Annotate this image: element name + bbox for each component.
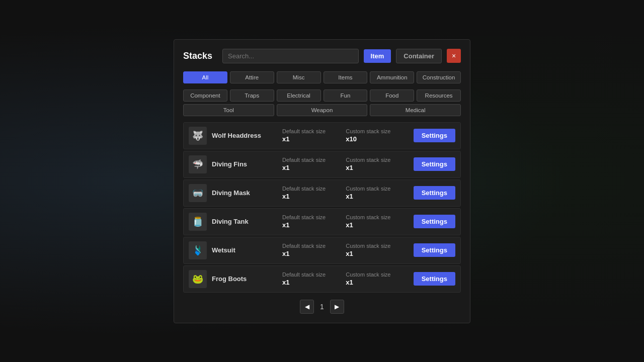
default-stack-value: x1 (282, 279, 326, 286)
settings-button[interactable]: Settings (414, 157, 455, 171)
filter-items[interactable]: Items (324, 71, 368, 83)
settings-button[interactable]: Settings (414, 129, 455, 142)
panel-header: Stacks Item Container × (183, 49, 461, 63)
default-stack-label: Default stack size (282, 186, 326, 192)
default-stack-value: x1 (282, 135, 326, 143)
custom-stack-label: Custom stack size (346, 243, 390, 249)
items-list: 🐺 Wolf Headdress Default stack size x1 C… (183, 122, 461, 293)
custom-stack-block: Custom stack size x1 (346, 243, 390, 257)
table-row: 🥽 Diving Mask Default stack size x1 Cust… (183, 179, 461, 207)
panel-title: Stacks (183, 51, 212, 61)
default-stack-block: Default stack size x1 (282, 214, 326, 229)
filter-weapon[interactable]: Weapon (277, 104, 368, 116)
settings-button[interactable]: Settings (414, 272, 455, 286)
prev-page-button[interactable]: ◀ (300, 300, 314, 314)
default-stack-block: Default stack size x1 (282, 128, 326, 143)
custom-stack-label: Custom stack size (346, 128, 390, 134)
default-stack-block: Default stack size x1 (282, 243, 326, 257)
item-icon: 🐸 (189, 270, 207, 288)
custom-stack-label: Custom stack size (346, 186, 390, 192)
filter-food[interactable]: Food (370, 89, 414, 102)
default-stack-block: Default stack size x1 (282, 272, 326, 286)
settings-button[interactable]: Settings (414, 186, 455, 200)
default-stack-label: Default stack size (282, 272, 326, 278)
table-row: 🦈 Diving Fins Default stack size x1 Cust… (183, 151, 461, 178)
custom-stack-block: Custom stack size x1 (346, 272, 390, 286)
search-input[interactable] (222, 49, 359, 63)
stack-info: Default stack size x1 Custom stack size … (282, 128, 409, 143)
filter-row-1: All Attire Misc Items Ammunition Constru… (183, 71, 461, 83)
filter-attire[interactable]: Attire (230, 71, 274, 83)
settings-button[interactable]: Settings (414, 215, 455, 228)
filter-traps[interactable]: Traps (230, 89, 274, 102)
filter-row-3: Tool Weapon Medical (183, 104, 461, 116)
stack-info: Default stack size x1 Custom stack size … (282, 272, 409, 286)
custom-stack-block: Custom stack size x1 (346, 214, 390, 229)
stack-info: Default stack size x1 Custom stack size … (282, 243, 409, 257)
item-icon: 🫙 (189, 213, 207, 231)
item-toggle-button[interactable]: Item (364, 49, 391, 63)
table-row: 🐺 Wolf Headdress Default stack size x1 C… (183, 122, 461, 149)
table-row: 🐸 Frog Boots Default stack size x1 Custo… (183, 265, 461, 293)
default-stack-label: Default stack size (282, 214, 326, 220)
custom-stack-value: x10 (346, 135, 390, 143)
stack-info: Default stack size x1 Custom stack size … (282, 186, 409, 200)
custom-stack-block: Custom stack size x1 (346, 157, 390, 171)
table-row: 🩱 Wetsuit Default stack size x1 Custom s… (183, 237, 461, 264)
custom-stack-value: x1 (346, 279, 390, 286)
custom-stack-value: x1 (346, 193, 390, 200)
filter-component[interactable]: Component (183, 89, 227, 102)
container-toggle-button[interactable]: Container (396, 49, 442, 63)
stack-info: Default stack size x1 Custom stack size … (282, 214, 409, 229)
close-button[interactable]: × (447, 49, 461, 63)
default-stack-value: x1 (282, 164, 326, 171)
stacks-panel: Stacks Item Container × All Attire Misc … (174, 39, 470, 323)
filter-medical[interactable]: Medical (370, 104, 461, 116)
custom-stack-label: Custom stack size (346, 272, 390, 278)
stack-info: Default stack size x1 Custom stack size … (282, 157, 409, 171)
filter-misc[interactable]: Misc (277, 71, 321, 83)
default-stack-value: x1 (282, 221, 326, 229)
item-name: Wetsuit (212, 246, 277, 254)
filter-fun[interactable]: Fun (324, 89, 368, 102)
filter-electrical[interactable]: Electrical (277, 89, 321, 102)
item-name: Frog Boots (212, 275, 277, 283)
filter-all[interactable]: All (183, 71, 227, 83)
item-name: Diving Fins (212, 160, 277, 168)
custom-stack-value: x1 (346, 164, 390, 171)
filter-construction[interactable]: Construction (417, 71, 461, 83)
filter-resources[interactable]: Resources (417, 89, 461, 102)
custom-stack-block: Custom stack size x1 (346, 186, 390, 200)
custom-stack-value: x1 (346, 221, 390, 229)
default-stack-value: x1 (282, 193, 326, 200)
filter-row-2: Component Traps Electrical Fun Food Reso… (183, 89, 461, 102)
settings-button[interactable]: Settings (414, 243, 455, 257)
custom-stack-block: Custom stack size x10 (346, 128, 390, 143)
item-name: Diving Mask (212, 189, 277, 197)
custom-stack-label: Custom stack size (346, 157, 390, 163)
default-stack-value: x1 (282, 250, 326, 257)
pagination: ◀ 1 ▶ (183, 300, 461, 314)
item-icon: 🥽 (189, 184, 207, 202)
default-stack-block: Default stack size x1 (282, 186, 326, 200)
item-icon: 🦈 (189, 155, 207, 173)
item-icon: 🐺 (189, 127, 207, 145)
item-name: Wolf Headdress (212, 132, 277, 139)
next-page-button[interactable]: ▶ (330, 300, 344, 314)
default-stack-label: Default stack size (282, 157, 326, 163)
item-name: Diving Tank (212, 218, 277, 225)
table-row: 🫙 Diving Tank Default stack size x1 Cust… (183, 208, 461, 235)
custom-stack-label: Custom stack size (346, 214, 390, 220)
filter-ammunition[interactable]: Ammunition (370, 71, 414, 83)
item-icon: 🩱 (189, 241, 207, 259)
current-page: 1 (320, 303, 324, 311)
default-stack-label: Default stack size (282, 243, 326, 249)
filter-tool[interactable]: Tool (183, 104, 274, 116)
default-stack-label: Default stack size (282, 128, 326, 134)
default-stack-block: Default stack size x1 (282, 157, 326, 171)
custom-stack-value: x1 (346, 250, 390, 257)
